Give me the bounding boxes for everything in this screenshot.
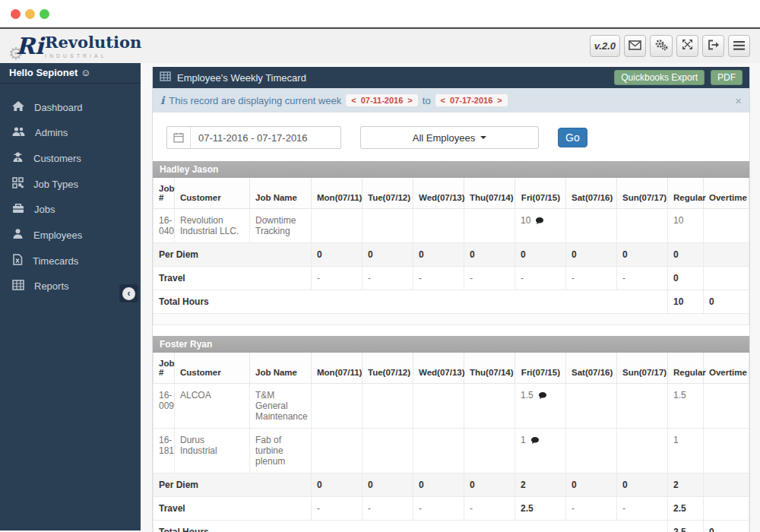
comment-icon[interactable] [538, 391, 547, 402]
logout-button[interactable] [702, 35, 724, 57]
logout-icon [708, 40, 720, 53]
col-job: Job # [154, 353, 175, 384]
employee-section-hadley: Hadley Jason Job # Customer Job Name Mon… [153, 161, 749, 325]
regular-cell: 0 [668, 243, 704, 267]
row-label: Travel [154, 267, 312, 290]
mail-button[interactable] [624, 35, 646, 57]
day-cell: - [363, 497, 413, 521]
go-button[interactable]: Go [558, 128, 587, 147]
week-start-date: 07-11-2016 [361, 96, 404, 105]
job-name: Fab of turbine plenum [250, 429, 312, 473]
menu-icon [733, 40, 745, 53]
day-cell: 1.5 [515, 384, 566, 429]
sidebar: Hello Sepionet ☺ Dashboard Admins Custom… [0, 63, 141, 530]
job-number: 16-009 [154, 384, 175, 429]
calendar-icon [167, 127, 191, 148]
hours-value: 1.5 [521, 390, 534, 401]
total-regular: 10 [668, 290, 704, 314]
sidebar-item-employees[interactable]: Employees [0, 222, 141, 248]
week-end-date: 07-17-2016 [450, 96, 492, 105]
pdf-export-button[interactable]: PDF [711, 70, 743, 85]
user-icon [12, 228, 24, 242]
col-wed: Wed(07/13) [413, 178, 464, 209]
col-sat: Sat(07/16) [566, 353, 617, 384]
sidebar-item-job-types[interactable]: Job Types [0, 171, 141, 197]
job-name: T&M General Maintenance [250, 384, 312, 429]
section-gap [153, 325, 749, 336]
overtime-cell [704, 384, 749, 429]
day-cell [566, 384, 617, 429]
day-cell: 2 [515, 473, 566, 497]
day-cell: 0 [515, 243, 566, 267]
users-icon [12, 126, 25, 139]
day-cell: - [515, 267, 566, 290]
day-cell [312, 384, 363, 429]
sidebar-item-label: Employees [33, 230, 82, 241]
settings-button[interactable] [650, 35, 673, 57]
employee-select[interactable]: All Employees [360, 126, 539, 149]
info-icon: i [160, 94, 164, 106]
total-hours-row: Total Hours 2.5 0 [154, 521, 749, 532]
day-cell: - [617, 267, 668, 290]
zoom-window-button[interactable] [40, 9, 49, 19]
col-customer: Customer [175, 353, 250, 384]
close-icon[interactable]: × [735, 94, 742, 107]
comment-icon[interactable] [535, 217, 544, 227]
hours-value: 10 [521, 215, 530, 226]
sidebar-item-customers[interactable]: Customers [0, 145, 141, 171]
day-cell: 0 [617, 473, 668, 497]
col-job-name: Job Name [250, 353, 312, 384]
day-cell: - [312, 267, 363, 290]
job-row: 16-040 Revolution Industrial LLC. Downti… [154, 209, 749, 243]
col-customer: Customer [175, 178, 250, 209]
logo-mark: ⚙ Ri [10, 33, 40, 60]
sidebar-item-timecards[interactable]: Timecards [0, 248, 141, 274]
sidebar-item-label: Jobs [34, 204, 55, 215]
day-cell [413, 209, 464, 243]
minimize-window-button[interactable] [25, 9, 35, 19]
day-cell: - [413, 497, 464, 521]
panel-titlebar: Employee's Weekly Timecard Quickbooks Ex… [153, 67, 749, 88]
app-window: ⚙ Ri Revolution INDUSTRIAL v.2.0 [0, 0, 760, 532]
overtime-cell [704, 267, 749, 290]
col-mon: Mon(07/11) [312, 353, 363, 384]
prev-week-arrow[interactable]: < [351, 96, 356, 105]
day-cell: 0 [312, 243, 363, 267]
next-week-arrow[interactable]: > [407, 96, 412, 105]
comment-icon[interactable] [530, 436, 540, 447]
regular-cell: 1.5 [668, 384, 704, 429]
col-thu: Thu(07/14) [464, 353, 515, 384]
prev-week-arrow[interactable]: < [441, 96, 445, 105]
sidebar-collapse-button[interactable]: ‹ [119, 284, 138, 302]
close-window-button[interactable] [11, 9, 21, 19]
sidebar-item-label: Admins [35, 127, 68, 138]
version-button[interactable]: v.2.0 [590, 35, 620, 57]
logo[interactable]: ⚙ Ri Revolution INDUSTRIAL [10, 33, 141, 60]
quickbooks-export-button[interactable]: Quickbooks Export [614, 70, 705, 85]
caret-down-icon [480, 136, 486, 139]
job-row: 16-009 ALCOA T&M General Maintenance 1.5… [154, 384, 749, 429]
col-sat: Sat(07/16) [566, 178, 617, 209]
day-cell [566, 209, 617, 243]
logo-secondary-text: INDUSTRIAL [45, 53, 141, 59]
job-number: 16-181 [154, 429, 175, 473]
sidebar-item-jobs[interactable]: Jobs [0, 197, 141, 222]
col-overtime: Overtime [704, 353, 749, 384]
sidebar-item-admins[interactable]: Admins [0, 120, 141, 145]
customer-name: Revolution Industrial LLC. [175, 209, 250, 243]
overtime-cell [704, 429, 749, 473]
mail-icon [629, 40, 641, 53]
sidebar-item-dashboard[interactable]: Dashboard [0, 94, 141, 120]
col-sun: Sun(07/17) [617, 178, 668, 209]
col-tue: Tue(07/12) [363, 353, 413, 384]
regular-cell: 1 [668, 429, 704, 473]
day-cell [363, 209, 413, 243]
menu-button[interactable] [728, 35, 750, 57]
next-week-arrow[interactable]: > [497, 96, 502, 105]
sidebar-item-label: Reports [34, 280, 69, 292]
sidebar-item-label: Customers [33, 153, 81, 164]
table-header-row: Job # Customer Job Name Mon(07/11) Tue(0… [154, 353, 749, 384]
col-job: Job # [154, 178, 175, 209]
date-range-input[interactable]: 07-11-2016 - 07-17-2016 [166, 126, 341, 149]
fullscreen-button[interactable] [676, 35, 698, 57]
